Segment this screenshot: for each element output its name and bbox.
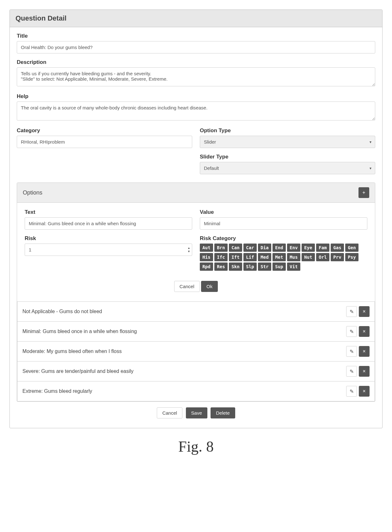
risk-tag[interactable]: Eye — [302, 244, 315, 252]
option-row: Moderate: My gums bleed often when I flo… — [17, 342, 375, 362]
option-row-actions: ✎× — [346, 366, 370, 377]
field-option-value: Value — [200, 209, 367, 230]
close-icon: × — [363, 368, 365, 374]
textarea-description[interactable] — [17, 67, 375, 86]
edit-option-button[interactable]: ✎ — [346, 366, 357, 377]
textarea-help[interactable] — [17, 102, 375, 121]
add-option-button[interactable]: + — [358, 187, 369, 198]
label-risk-category: Risk Category — [200, 235, 367, 242]
risk-tag[interactable]: Nut — [302, 253, 315, 261]
field-title: Title — [17, 33, 375, 53]
close-icon: × — [363, 309, 365, 314]
option-row-actions: ✎× — [346, 326, 370, 337]
chevron-up-icon[interactable]: ▲ — [187, 246, 191, 250]
field-risk-category: Risk Category AutBrnCanCarDiaEndEnvEyeFa… — [200, 235, 367, 271]
option-row-label: Severe: Gums are tender/painful and blee… — [22, 368, 133, 374]
risk-tag[interactable]: Env — [287, 244, 300, 252]
risk-tag[interactable]: Dia — [258, 244, 271, 252]
risk-tag[interactable]: Gas — [331, 244, 344, 252]
risk-tag[interactable]: Slp — [243, 263, 257, 271]
risk-tag[interactable]: Ift — [229, 253, 242, 261]
option-row: Extreme: Gums bleed regularly✎× — [17, 381, 375, 401]
options-header: Options + — [17, 183, 375, 203]
field-slider-type: Slider Type Default — [200, 154, 375, 174]
label-option-text: Text — [25, 209, 192, 215]
option-cancel-button[interactable]: Cancel — [174, 281, 200, 292]
options-title: Options — [23, 189, 42, 196]
risk-tag[interactable]: Lif — [243, 253, 257, 261]
risk-tag[interactable]: Str — [258, 263, 271, 271]
risk-tag[interactable]: Car — [243, 244, 257, 252]
delete-option-button[interactable]: × — [359, 346, 370, 357]
panel-title: Question Detail — [10, 10, 382, 27]
risk-tag[interactable]: Prv — [331, 253, 344, 261]
edit-option-button[interactable]: ✎ — [346, 306, 357, 317]
risk-tag[interactable]: Aut — [200, 244, 213, 252]
label-option-value: Value — [200, 209, 367, 215]
risk-tag[interactable]: Ifc — [214, 253, 228, 261]
edit-option-button[interactable]: ✎ — [346, 346, 357, 357]
option-row-label: Moderate: My gums bleed often when I flo… — [22, 349, 122, 354]
footer-delete-button[interactable]: Delete — [211, 407, 235, 418]
input-category[interactable] — [17, 136, 192, 148]
footer-save-button[interactable]: Save — [186, 407, 207, 418]
field-option-text: Text — [25, 209, 192, 230]
edit-icon: ✎ — [350, 388, 354, 394]
input-option-text[interactable] — [25, 217, 192, 230]
risk-tag[interactable]: Gen — [345, 244, 358, 252]
risk-tag[interactable]: Rpd — [200, 263, 213, 271]
delete-option-button[interactable]: × — [359, 306, 370, 317]
field-category: Category — [17, 127, 192, 148]
edit-icon: ✎ — [350, 368, 354, 374]
risk-tag[interactable]: End — [273, 244, 286, 252]
field-risk: Risk ▲ ▼ — [25, 235, 192, 256]
close-icon: × — [363, 329, 365, 334]
risk-tag[interactable]: Vit — [287, 263, 300, 271]
plus-icon: + — [362, 190, 365, 195]
risk-tag[interactable]: Mus — [287, 253, 300, 261]
panel-body: Title Description Help Category Option T… — [10, 27, 382, 428]
close-icon: × — [363, 349, 365, 354]
risk-tag[interactable]: Met — [273, 253, 286, 261]
input-title[interactable] — [17, 41, 375, 53]
risk-stepper[interactable]: ▲ ▼ — [187, 246, 191, 253]
question-detail-panel: Question Detail Title Description Help C… — [9, 9, 383, 428]
field-option-type: Option Type Slider — [200, 127, 375, 148]
option-ok-button[interactable]: Ok — [201, 281, 218, 292]
options-panel: Options + Text Value — [17, 182, 375, 402]
risk-tag[interactable]: His — [200, 253, 213, 261]
figure-label: Fig. 8 — [9, 438, 383, 455]
label-title: Title — [17, 33, 375, 39]
input-risk[interactable] — [25, 244, 192, 256]
risk-tag[interactable]: Orl — [316, 253, 329, 261]
label-category: Category — [17, 127, 192, 134]
label-description: Description — [17, 59, 375, 65]
edit-icon: ✎ — [350, 349, 354, 355]
risk-tag[interactable]: Psy — [345, 253, 358, 261]
select-slider-type[interactable]: Default — [200, 162, 375, 174]
footer-cancel-button[interactable]: Cancel — [157, 407, 182, 418]
risk-tag[interactable]: Med — [258, 253, 271, 261]
edit-icon: ✎ — [350, 309, 354, 315]
option-row: Minimal: Gums bleed once in a while when… — [17, 322, 375, 342]
option-row-label: Minimal: Gums bleed once in a while when… — [22, 329, 137, 334]
edit-option-button[interactable]: ✎ — [346, 386, 357, 397]
select-option-type[interactable]: Slider — [200, 136, 375, 148]
risk-tag[interactable]: Sup — [273, 263, 286, 271]
edit-option-button[interactable]: ✎ — [346, 326, 357, 337]
option-row: Severe: Gums are tender/painful and blee… — [17, 362, 375, 381]
input-option-value[interactable] — [200, 217, 367, 230]
label-slider-type: Slider Type — [200, 154, 375, 160]
risk-tag[interactable]: Skn — [229, 263, 242, 271]
risk-tag[interactable]: Can — [229, 244, 242, 252]
label-help: Help — [17, 93, 375, 100]
risk-tag[interactable]: Fam — [316, 244, 329, 252]
risk-tag[interactable]: Res — [214, 263, 228, 271]
delete-option-button[interactable]: × — [359, 386, 370, 397]
risk-tag[interactable]: Brn — [214, 244, 228, 252]
chevron-down-icon[interactable]: ▼ — [187, 250, 191, 253]
delete-option-button[interactable]: × — [359, 366, 370, 377]
delete-option-button[interactable]: × — [359, 326, 370, 337]
field-description: Description — [17, 59, 375, 88]
options-list: Not Applicable - Gums do not bleed✎×Mini… — [17, 301, 375, 401]
